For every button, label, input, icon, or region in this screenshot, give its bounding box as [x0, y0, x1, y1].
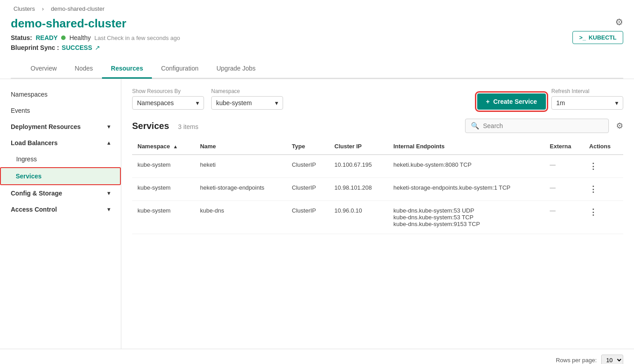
refresh-select[interactable]: 1m ▾	[551, 96, 623, 110]
refresh-label: Refresh Interval	[551, 88, 623, 94]
tab-overview[interactable]: Overview	[22, 59, 66, 79]
config-storage-label: Config & Storage	[11, 190, 62, 197]
cluster-title: demo-shared-cluster	[11, 17, 180, 31]
refresh-interval-field: Refresh Interval 1m ▾	[551, 88, 623, 110]
cell-namespace: kube-system	[132, 155, 195, 178]
cell-namespace: kube-system	[132, 178, 195, 201]
kubectl-label: KUBECTL	[589, 34, 616, 41]
breadcrumb-clusters[interactable]: Clusters	[13, 5, 35, 12]
status-value: READY	[35, 34, 58, 41]
cell-type: ClusterIP	[287, 178, 329, 201]
row-actions-menu[interactable]: ⋮	[589, 208, 597, 217]
table-footer: Rows per page: 10 25 50	[0, 349, 634, 364]
health-label: Healthy	[69, 34, 90, 41]
sort-arrow-namespace[interactable]: ▲	[173, 144, 178, 149]
load-balancers-label: Load Balancers	[11, 139, 58, 146]
table-settings-icon[interactable]: ⚙	[616, 121, 623, 131]
services-count: 3 items	[178, 123, 198, 130]
chevron-down-icon-access: ▾	[107, 206, 110, 213]
namespace-label: Namespace	[211, 88, 283, 94]
sidebar: Namespaces Events Deployment Resources ▾…	[0, 79, 121, 349]
dropdown-icon: ▾	[196, 99, 199, 107]
search-box[interactable]: 🔍	[465, 119, 609, 133]
row-actions-menu[interactable]: ⋮	[589, 185, 597, 194]
settings-icon[interactable]: ⚙	[615, 17, 623, 27]
sidebar-section-config-storage[interactable]: Config & Storage ▾	[0, 185, 121, 201]
col-external: Externa	[545, 138, 584, 155]
last-check: Last Check in a few seconds ago	[94, 35, 180, 41]
col-cluster-ip: Cluster IP	[329, 138, 388, 155]
blueprint-label: Blueprint Sync :	[11, 44, 59, 51]
create-service-button[interactable]: + Create Service	[477, 93, 546, 110]
blueprint-value[interactable]: SUCCESS	[62, 44, 92, 51]
tab-upgrade-jobs[interactable]: Upgrade Jobs	[208, 59, 265, 79]
search-icon: 🔍	[471, 122, 479, 130]
services-table: Namespace ▲ Name Type Cluster IP Interna…	[132, 138, 623, 234]
cell-type: ClusterIP	[287, 201, 329, 234]
col-namespace: Namespace ▲	[132, 138, 195, 155]
chevron-up-icon: ▴	[107, 140, 110, 146]
cell-actions: ⋮	[584, 201, 623, 234]
sidebar-section-load-balancers[interactable]: Load Balancers ▴	[0, 135, 121, 151]
namespace-field: Namespace kube-system ▾	[211, 88, 283, 110]
show-resources-value: Namespaces	[137, 99, 193, 107]
tab-resources[interactable]: Resources	[102, 59, 152, 79]
cell-cluster-ip: 10.100.67.195	[329, 155, 388, 178]
namespace-select[interactable]: kube-system ▾	[211, 96, 283, 110]
deployment-resources-label: Deployment Resources	[11, 123, 81, 130]
cell-name: heketi	[195, 155, 286, 178]
cell-actions: ⋮	[584, 178, 623, 201]
cell-namespace: kube-system	[132, 201, 195, 234]
sidebar-section-deployment[interactable]: Deployment Resources ▾	[0, 119, 121, 135]
col-name: Name	[195, 138, 286, 155]
rows-per-page-select[interactable]: 10 25 50	[601, 355, 623, 364]
sidebar-item-events[interactable]: Events	[0, 102, 121, 119]
create-plus-icon: +	[486, 98, 490, 105]
namespace-value: kube-system	[216, 99, 272, 107]
show-resources-select[interactable]: Namespaces ▾	[132, 96, 204, 110]
col-internal-endpoints: Internal Endpoints	[388, 138, 544, 155]
search-input[interactable]	[483, 122, 603, 129]
kubectl-button[interactable]: >_ KUBECTL	[572, 31, 623, 44]
cell-endpoints: heketi-storage-endpoints.kube-system:1 T…	[388, 178, 544, 201]
show-resources-field: Show Resources By Namespaces ▾	[132, 88, 204, 110]
services-title: Services	[132, 121, 169, 131]
cell-external: —	[545, 178, 584, 201]
rows-per-page-label: Rows per page:	[556, 357, 597, 364]
sidebar-section-access-control[interactable]: Access Control ▾	[0, 201, 121, 218]
sidebar-item-namespaces[interactable]: Namespaces	[0, 86, 121, 102]
sidebar-item-services[interactable]: Services	[0, 167, 121, 185]
cell-external: —	[545, 155, 584, 178]
external-link-icon[interactable]: ↗	[95, 44, 100, 51]
cell-name: heketi-storage-endpoints	[195, 178, 286, 201]
refresh-dropdown-icon: ▾	[615, 99, 618, 107]
cell-external: —	[545, 201, 584, 234]
tab-configuration[interactable]: Configuration	[152, 59, 207, 79]
status-label: Status:	[11, 34, 32, 41]
cell-cluster-ip: 10.96.0.10	[329, 201, 388, 234]
kubectl-terminal-icon: >_	[579, 34, 586, 41]
table-row: kube-system kube-dns ClusterIP 10.96.0.1…	[132, 201, 623, 234]
cell-actions: ⋮	[584, 155, 623, 178]
create-service-label: Create Service	[493, 98, 537, 105]
breadcrumb-separator: ›	[42, 5, 44, 12]
cell-name: kube-dns	[195, 201, 286, 234]
refresh-value: 1m	[556, 99, 565, 107]
table-row: kube-system heketi ClusterIP 10.100.67.1…	[132, 155, 623, 178]
breadcrumb: Clusters › demo-shared-cluster	[11, 5, 623, 12]
cell-endpoints: kube-dns.kube-system:53 UDP kube-dns.kub…	[388, 201, 544, 234]
cell-cluster-ip: 10.98.101.208	[329, 178, 388, 201]
content-area: Show Resources By Namespaces ▾ Namespace…	[121, 79, 634, 349]
namespace-dropdown-icon: ▾	[275, 99, 278, 107]
col-type: Type	[287, 138, 329, 155]
row-actions-menu[interactable]: ⋮	[589, 162, 597, 171]
access-control-label: Access Control	[11, 206, 57, 213]
tabs-bar: Overview Nodes Resources Configuration U…	[11, 59, 623, 79]
table-row: kube-system heketi-storage-endpoints Clu…	[132, 178, 623, 201]
chevron-down-icon-config: ▾	[107, 190, 110, 196]
tab-nodes[interactable]: Nodes	[66, 59, 102, 79]
cell-endpoints: heketi.kube-system:8080 TCP	[388, 155, 544, 178]
breadcrumb-current: demo-shared-cluster	[51, 5, 104, 12]
chevron-down-icon: ▾	[107, 124, 110, 130]
sidebar-item-ingress[interactable]: Ingress	[0, 151, 121, 167]
